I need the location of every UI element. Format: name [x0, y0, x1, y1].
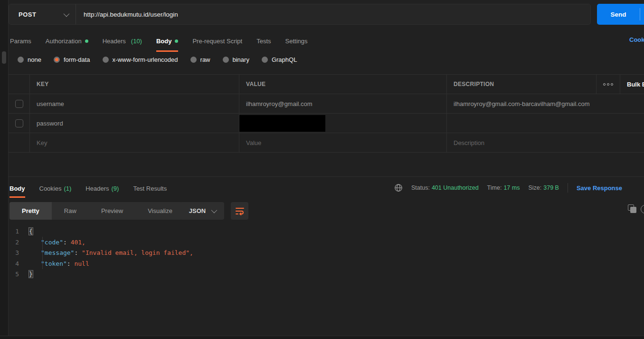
mode-binary[interactable]: binary — [223, 56, 249, 63]
save-response-button[interactable]: Save Response — [577, 184, 622, 192]
radio-icon — [103, 57, 109, 63]
key-cell[interactable]: username — [29, 94, 239, 113]
mode-none[interactable]: none — [18, 56, 41, 63]
tab-settings[interactable]: Settings — [285, 33, 308, 48]
status-value: 401 Unauthorized — [432, 184, 479, 191]
column-header-key: KEY — [37, 81, 49, 87]
code-line: 2 "code": 401, — [9, 237, 644, 248]
radio-icon — [223, 57, 229, 63]
response-tab-headers[interactable]: Headers(9) — [85, 180, 119, 196]
mode-x-www-form-urlencoded[interactable]: x-www-form-urlencoded — [103, 56, 178, 63]
response-view-switcher: Pretty Raw Preview Visualize — [9, 202, 185, 220]
radio-icon — [18, 57, 24, 63]
response-tab-body[interactable]: Body — [9, 180, 25, 196]
chevron-down-icon — [211, 207, 218, 213]
time-badge: Time:17 ms — [487, 184, 520, 191]
response-tab-test-results[interactable]: Test Results — [133, 180, 167, 196]
key-cell[interactable]: password — [29, 114, 239, 133]
tab-prerequest-script[interactable]: Pre-request Script — [192, 33, 242, 48]
url-text: http://api.bedukmutu.id/user/login — [84, 11, 178, 18]
view-tab-preview[interactable]: Preview — [89, 202, 135, 220]
format-label: JSON — [189, 207, 206, 214]
description-cell[interactable] — [446, 114, 644, 133]
tab-tests[interactable]: Tests — [256, 33, 271, 48]
size-value: 379 B — [543, 184, 559, 191]
view-tab-pretty[interactable]: Pretty — [9, 202, 52, 220]
key-input[interactable]: Key — [29, 133, 239, 152]
cookies-count: (1) — [64, 185, 71, 192]
send-button-label: Send — [597, 11, 640, 18]
response-tab-cookies[interactable]: Cookies(1) — [39, 180, 72, 196]
column-header-value: VALUE — [246, 81, 265, 87]
view-tab-raw[interactable]: Raw — [52, 202, 89, 220]
redacted-value — [239, 115, 325, 132]
cookies-link[interactable]: Cookies — [629, 36, 644, 43]
column-header-description: DESCRIPTION — [454, 81, 494, 87]
response-headers-count: (9) — [112, 185, 119, 192]
copy-response-button[interactable] — [628, 204, 637, 214]
left-scroll-strip — [0, 0, 9, 339]
body-dot-icon — [175, 39, 178, 43]
mode-raw[interactable]: raw — [190, 56, 210, 63]
indent-guide — [42, 237, 43, 269]
wrap-lines-button[interactable] — [231, 202, 248, 220]
response-meta: Status:401 Unauthorized Time:17 ms Size:… — [394, 181, 622, 194]
tab-headers[interactable]: Headers(10) — [103, 33, 142, 48]
pane-divider[interactable] — [9, 176, 644, 177]
status-badge: Status:401 Unauthorized — [411, 184, 479, 191]
table-options-button[interactable] — [596, 75, 620, 94]
table-header-row: KEY VALUE DESCRIPTION Bulk Edit — [9, 75, 644, 94]
row-checkbox[interactable] — [15, 100, 23, 108]
headers-count: (10) — [131, 38, 142, 45]
url-input[interactable]: http://api.bedukmutu.id/user/login — [76, 4, 590, 24]
ellipsis-icon — [603, 83, 613, 86]
format-select[interactable]: JSON — [180, 202, 224, 220]
tab-body[interactable]: Body — [156, 33, 179, 48]
radio-icon — [262, 57, 268, 63]
send-split-divider — [640, 8, 640, 20]
postman-request-view: POST http://api.bedukmutu.id/user/login … — [0, 0, 644, 339]
code-line: 3 "message": "Invalid email, login faile… — [9, 248, 644, 259]
bottom-status-strip — [0, 336, 644, 339]
size-badge: Size:379 B — [528, 184, 559, 191]
response-tabs: Body Cookies(1) Headers(9) Test Results — [9, 180, 167, 196]
mode-form-data[interactable]: form-data — [54, 56, 90, 63]
chevron-down-icon — [64, 10, 70, 17]
request-url-bar: POST http://api.bedukmutu.id/user/login — [9, 4, 591, 25]
value-cell[interactable]: ilhamroyroy@gmail.com — [239, 94, 446, 113]
time-value: 17 ms — [503, 184, 520, 191]
table-row: username ilhamroyroy@gmail.com ilhamroyr… — [9, 94, 644, 114]
authorization-dot-icon — [85, 39, 88, 43]
meta-divider — [568, 183, 568, 193]
method-select[interactable]: POST — [9, 4, 76, 24]
mode-graphql[interactable]: GraphQL — [262, 56, 297, 63]
description-cell[interactable]: ilhamroyroy@gmail.com-barcavilham@gmail.… — [446, 94, 644, 113]
code-line: 4 "token": null — [9, 259, 644, 270]
value-cell[interactable] — [239, 114, 446, 133]
tab-params[interactable]: Params — [10, 33, 31, 48]
send-button[interactable]: Send — [597, 4, 644, 25]
response-body-editor[interactable]: 1 { 2 "code": 401, 3 "message": "Invalid… — [9, 226, 644, 280]
search-response-icon[interactable] — [641, 205, 644, 213]
scrollbar-thumb[interactable] — [2, 51, 6, 64]
table-placeholder-row: Key Value Description — [9, 133, 644, 153]
view-tab-visualize[interactable]: Visualize — [135, 202, 185, 220]
network-globe-icon[interactable] — [394, 184, 403, 192]
form-data-table: KEY VALUE DESCRIPTION Bulk Edit username… — [9, 74, 644, 153]
word-wrap-icon — [235, 207, 245, 215]
radio-selected-icon — [54, 57, 60, 63]
description-input[interactable]: Description — [446, 133, 644, 152]
body-mode-options: none form-data x-www-form-urlencoded raw… — [18, 56, 297, 63]
value-input[interactable]: Value — [239, 133, 446, 152]
code-line: 1 { — [9, 226, 644, 237]
row-checkbox[interactable] — [15, 119, 23, 127]
radio-icon — [190, 57, 197, 63]
table-row: password — [9, 114, 644, 133]
code-line: 5 } — [9, 269, 644, 280]
bulk-edit-button[interactable]: Bulk Edit — [620, 75, 644, 94]
tab-authorization[interactable]: Authorization — [46, 33, 88, 48]
request-tabs: Params Authorization Headers(10) Body Pr… — [10, 33, 308, 48]
method-label: POST — [19, 11, 36, 18]
